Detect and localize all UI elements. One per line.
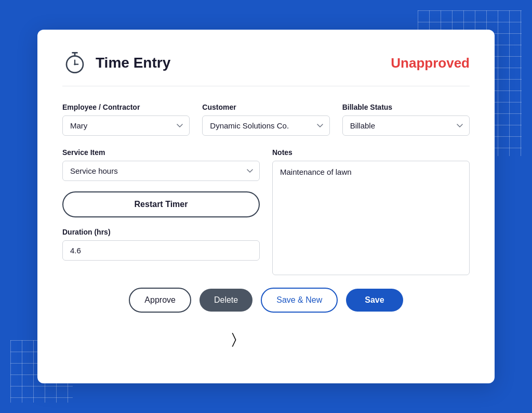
service-item-select[interactable]: Service hours Consultation Support	[62, 161, 260, 181]
header-left: Time Entry	[62, 50, 170, 75]
customer-select[interactable]: Dynamic Solutions Co. ABC Corp XYZ Ltd	[202, 115, 329, 136]
employee-select[interactable]: Mary John Alice Bob	[62, 115, 190, 136]
footer-actions: Approve Delete Save & New Save	[62, 288, 470, 313]
modal-header: Time Entry Unapproved	[62, 50, 470, 86]
notes-group: Notes Maintenance of lawn	[272, 148, 470, 275]
duration-input[interactable]	[62, 240, 260, 261]
delete-button[interactable]: Delete	[200, 289, 252, 312]
cursor-pointer: 〉	[232, 331, 236, 348]
employee-label: Employee / Contractor	[62, 103, 190, 111]
duration-group: Duration (hrs)	[62, 228, 260, 261]
billable-select[interactable]: Billable Non-Billable No Charge	[342, 115, 470, 136]
service-item-label: Service Item	[62, 148, 260, 157]
restart-timer-button[interactable]: Restart Timer	[62, 191, 260, 217]
save-button[interactable]: Save	[346, 289, 403, 312]
notes-textarea[interactable]: Maintenance of lawn	[272, 161, 470, 275]
form-row-2: Service Item Service hours Consultation …	[62, 148, 470, 275]
save-new-button[interactable]: Save & New	[261, 288, 338, 313]
customer-label: Customer	[202, 103, 329, 111]
left-column: Service Item Service hours Consultation …	[62, 148, 260, 275]
notes-label: Notes	[272, 148, 470, 157]
approve-button[interactable]: Approve	[129, 288, 191, 313]
duration-label: Duration (hrs)	[62, 228, 260, 236]
billable-group: Billable Status Billable Non-Billable No…	[342, 103, 470, 136]
billable-label: Billable Status	[342, 103, 470, 111]
page-title: Time Entry	[96, 55, 170, 71]
service-item-group: Service Item Service hours Consultation …	[62, 148, 260, 181]
status-badge: Unapproved	[391, 55, 470, 71]
svg-point-5	[74, 63, 76, 66]
employee-group: Employee / Contractor Mary John Alice Bo…	[62, 103, 190, 136]
customer-group: Customer Dynamic Solutions Co. ABC Corp …	[202, 103, 329, 136]
timer-icon	[62, 50, 87, 75]
modal-container: Time Entry Unapproved Employee / Contrac…	[37, 30, 495, 383]
form-row-1: Employee / Contractor Mary John Alice Bo…	[62, 103, 470, 136]
